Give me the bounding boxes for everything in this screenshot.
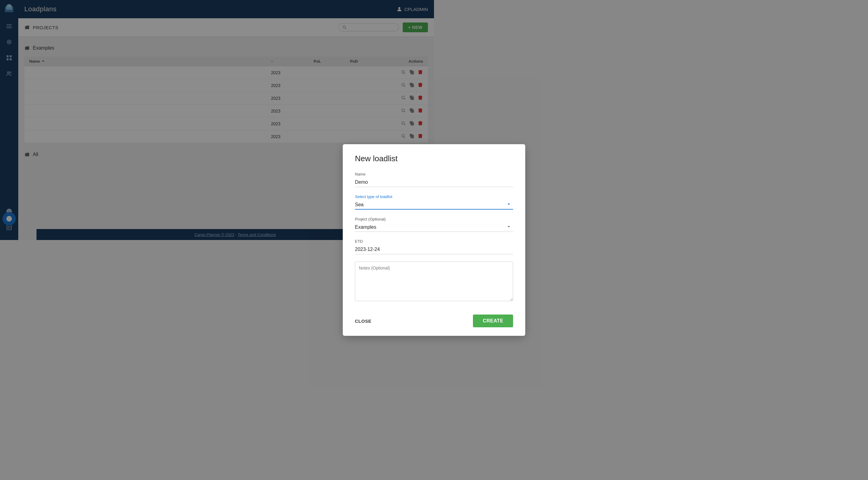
- name-input[interactable]: [355, 178, 434, 187]
- type-select-wrapper: Sea Air Road Rail: [355, 200, 434, 210]
- etd-label: ETD: [355, 239, 434, 240]
- name-label: Name: [355, 172, 434, 176]
- type-label: Select type of loadlist: [355, 194, 434, 199]
- name-field-group: Name: [355, 172, 434, 187]
- type-select[interactable]: Sea Air Road Rail: [355, 200, 434, 209]
- project-label: Project (Optional): [355, 217, 434, 221]
- project-field-group: Project (Optional) Examples All: [355, 217, 434, 232]
- etd-field-group: ETD: [355, 239, 434, 240]
- modal-title: New loadlist: [355, 154, 434, 163]
- type-field-group: Select type of loadlist Sea Air Road Rai…: [355, 194, 434, 210]
- project-select[interactable]: Examples All: [355, 223, 434, 232]
- new-loadlist-modal: New loadlist Name Select type of loadlis…: [343, 144, 434, 240]
- project-select-wrapper: Examples All: [355, 223, 434, 232]
- modal-overlay: New loadlist Name Select type of loadlis…: [0, 0, 434, 240]
